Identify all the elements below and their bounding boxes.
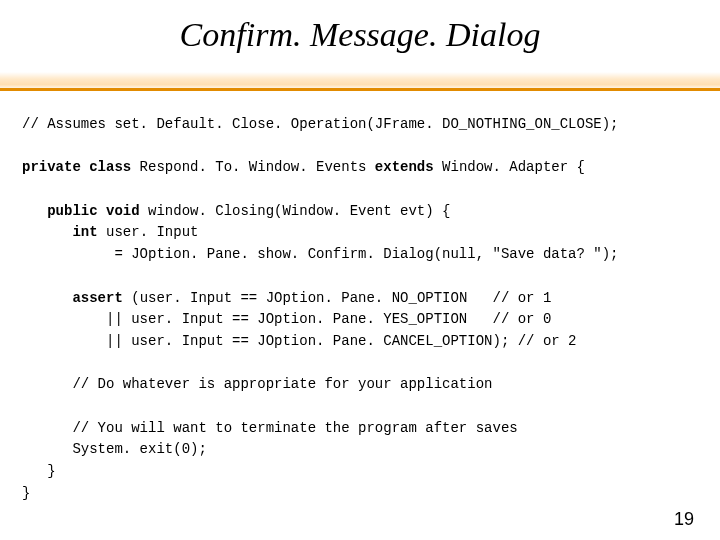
code-line: System. exit(0); (22, 441, 207, 457)
keyword: int (22, 224, 98, 240)
code-text: window. Closing(Window. Event evt) { (140, 203, 451, 219)
code-text: Window. Adapter { (434, 159, 585, 175)
keyword: public void (22, 203, 140, 219)
code-block: // Assumes set. Default. Close. Operatio… (22, 114, 700, 504)
code-line: // Assumes set. Default. Close. Operatio… (22, 116, 619, 132)
slide-title: Confirm. Message. Dialog (0, 16, 720, 54)
code-text: (user. Input == JOption. Pane. NO_OPTION… (123, 290, 551, 306)
title-divider (0, 60, 720, 96)
page-number: 19 (674, 509, 694, 530)
code-line: // Do whatever is appropriate for your a… (22, 376, 492, 392)
code-line: || user. Input == JOption. Pane. YES_OPT… (22, 311, 551, 327)
code-line: } (22, 485, 30, 501)
code-text: Respond. To. Window. Events (131, 159, 375, 175)
keyword: assert (22, 290, 123, 306)
code-line: = JOption. Pane. show. Confirm. Dialog(n… (22, 246, 619, 262)
code-line: } (22, 463, 56, 479)
keyword: extends (375, 159, 434, 175)
code-line: || user. Input == JOption. Pane. CANCEL_… (22, 333, 577, 349)
code-line: // You will want to terminate the progra… (22, 420, 518, 436)
keyword: private class (22, 159, 131, 175)
code-text: user. Input (98, 224, 199, 240)
